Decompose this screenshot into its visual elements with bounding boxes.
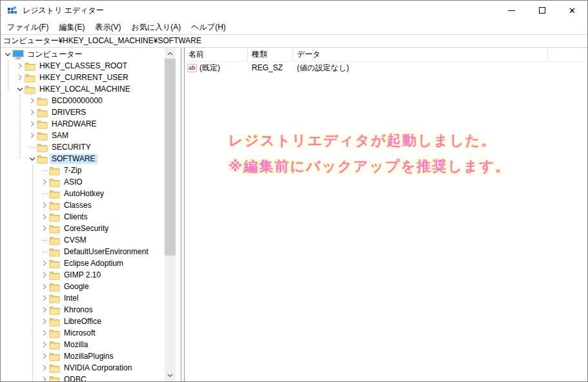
chevron-right-icon[interactable] bbox=[40, 316, 49, 327]
scroll-down-icon[interactable] bbox=[165, 370, 176, 381]
tree-item-label: CVSM bbox=[62, 235, 88, 245]
value-rows: ab(既定)REG_SZ(値の設定なし) bbox=[185, 62, 587, 74]
tree-item-BCD00000000[interactable]: BCD00000000 bbox=[1, 95, 170, 106]
tree-item-DefaultUserEnvironment[interactable]: DefaultUserEnvironment bbox=[1, 246, 170, 257]
chevron-down-icon[interactable] bbox=[15, 83, 25, 95]
scrollbar-thumb[interactable] bbox=[165, 59, 176, 256]
minimize-button[interactable] bbox=[496, 1, 527, 20]
tree-item-HKEY_CLASSES_ROOT[interactable]: HKEY_CLASSES_ROOT bbox=[1, 60, 170, 72]
chevron-right-icon[interactable] bbox=[40, 199, 49, 211]
tree-item-Microsoft[interactable]: Microsoft bbox=[1, 327, 170, 339]
tree-branch-stub bbox=[40, 246, 49, 257]
tree-item-CVSM[interactable]: CVSM bbox=[1, 234, 170, 246]
tree-item-コンピューター[interactable]: コンピューター bbox=[1, 48, 170, 60]
chevron-right-icon[interactable] bbox=[40, 292, 49, 304]
tree-item-Mozilla[interactable]: Mozilla bbox=[1, 339, 170, 350]
tree-item-SAM[interactable]: SAM bbox=[1, 130, 170, 141]
chevron-right-icon[interactable] bbox=[28, 95, 37, 106]
tree-branch-stub bbox=[40, 165, 49, 176]
folder-icon bbox=[37, 107, 50, 117]
tree-item-GIMP 2.10[interactable]: GIMP 2.10 bbox=[1, 269, 170, 281]
tree-item-ASIO[interactable]: ASIO bbox=[1, 176, 170, 188]
column-header-name[interactable]: 名前 bbox=[185, 48, 248, 61]
folder-icon bbox=[49, 328, 62, 338]
tree-item-Eclipse Adoptium[interactable]: Eclipse Adoptium bbox=[1, 257, 170, 269]
tree-item-CoreSecurity[interactable]: CoreSecurity bbox=[1, 223, 170, 234]
menu-item-ファイル[interactable]: ファイル(F) bbox=[2, 20, 54, 35]
chevron-right-icon[interactable] bbox=[28, 118, 37, 130]
scroll-up-icon[interactable] bbox=[165, 48, 176, 59]
folder-icon bbox=[25, 84, 37, 94]
folder-icon bbox=[25, 72, 37, 83]
registry-editor-app-icon bbox=[7, 5, 17, 15]
tree-item-ODBC[interactable]: ODBC bbox=[1, 374, 170, 381]
chevron-right-icon[interactable] bbox=[40, 176, 49, 188]
tree-item-label: GIMP 2.10 bbox=[62, 270, 103, 280]
tree-item-SECURITY[interactable]: SECURITY bbox=[1, 141, 170, 153]
chevron-right-icon[interactable] bbox=[28, 106, 37, 118]
value-data: (値の設定なし) bbox=[293, 63, 548, 74]
folder-icon bbox=[37, 119, 50, 129]
tree-item-label: Microsoft bbox=[62, 328, 97, 338]
chevron-right-icon[interactable] bbox=[40, 257, 49, 269]
chevron-right-icon[interactable] bbox=[40, 223, 49, 234]
menu-item-編集[interactable]: 編集(E) bbox=[54, 20, 90, 35]
tree-item-HKEY_LOCAL_MACHINE[interactable]: HKEY_LOCAL_MACHINE bbox=[1, 83, 170, 95]
tree-item-LibreOffice[interactable]: LibreOffice bbox=[1, 316, 170, 327]
tree-item-Khronos[interactable]: Khronos bbox=[1, 304, 170, 316]
close-button[interactable]: ✕ bbox=[557, 1, 587, 20]
registry-value-row[interactable]: ab(既定)REG_SZ(値の設定なし) bbox=[185, 62, 587, 74]
chevron-right-icon[interactable] bbox=[40, 269, 49, 281]
chevron-down-icon[interactable] bbox=[28, 153, 37, 165]
column-header-type[interactable]: 種類 bbox=[248, 48, 293, 61]
column-header-data[interactable]: データ bbox=[293, 48, 548, 61]
tree-item-label: 7-Zip bbox=[62, 165, 83, 176]
menu-bar: ファイル(F)編集(E)表示(V)お気に入り(A)ヘルプ(H) bbox=[1, 20, 587, 34]
menu-item-お気に入り[interactable]: お気に入り(A) bbox=[126, 20, 186, 35]
tree-item-DRIVERS[interactable]: DRIVERS bbox=[1, 106, 170, 118]
chevron-right-icon[interactable] bbox=[28, 130, 37, 141]
tree-item-label: SOFTWARE bbox=[50, 154, 97, 164]
tree-item-label: ASIO bbox=[62, 177, 85, 187]
tree-item-Intel[interactable]: Intel bbox=[1, 292, 170, 304]
main-content: コンピューターHKEY_CLASSES_ROOTHKEY_CURRENT_USE… bbox=[1, 48, 587, 381]
tree-item-Clients[interactable]: Clients bbox=[1, 211, 170, 223]
folder-icon bbox=[37, 96, 50, 106]
tree-item-Classes[interactable]: Classes bbox=[1, 199, 170, 211]
folder-icon bbox=[49, 165, 62, 176]
tree-vertical-scrollbar[interactable] bbox=[165, 48, 176, 381]
tree-item-SOFTWARE[interactable]: SOFTWARE bbox=[1, 153, 170, 165]
chevron-right-icon[interactable] bbox=[40, 281, 49, 292]
folder-icon bbox=[49, 339, 62, 350]
annotation-overlay: レジストリエディタが起動しました。 ※編集前にバックアップを推奨します。 bbox=[228, 128, 511, 179]
string-value-icon: ab bbox=[187, 64, 197, 72]
tree-item-7-Zip[interactable]: 7-Zip bbox=[1, 165, 170, 176]
folder-icon bbox=[49, 316, 62, 327]
address-bar[interactable]: コンピューター¥HKEY_LOCAL_MACHINE¥SOFTWARE bbox=[1, 34, 587, 48]
chevron-right-icon[interactable] bbox=[40, 327, 49, 339]
tree-item-label: Clients bbox=[62, 212, 90, 222]
tree-item-NVIDIA Corporation[interactable]: NVIDIA Corporation bbox=[1, 362, 170, 374]
tree-item-HARDWARE[interactable]: HARDWARE bbox=[1, 118, 170, 130]
chevron-right-icon[interactable] bbox=[40, 339, 49, 350]
menu-item-表示[interactable]: 表示(V) bbox=[90, 20, 126, 35]
chevron-right-icon[interactable] bbox=[15, 72, 25, 83]
chevron-right-icon[interactable] bbox=[40, 362, 49, 374]
title-bar: レジストリ エディター ✕ bbox=[1, 1, 587, 20]
menu-item-ヘルプ[interactable]: ヘルプ(H) bbox=[186, 20, 231, 35]
tree-item-AutoHotkey[interactable]: AutoHotkey bbox=[1, 188, 170, 199]
chevron-right-icon[interactable] bbox=[15, 60, 25, 72]
annotation-line-1: レジストリエディタが起動しました。 bbox=[228, 128, 511, 154]
tree-item-label: HARDWARE bbox=[50, 119, 99, 129]
chevron-right-icon[interactable] bbox=[40, 374, 49, 381]
tree-item-Google[interactable]: Google bbox=[1, 281, 170, 292]
chevron-right-icon[interactable] bbox=[40, 350, 49, 362]
tree-item-label: HKEY_LOCAL_MACHINE bbox=[37, 84, 132, 94]
chevron-down-icon[interactable] bbox=[3, 48, 12, 60]
chevron-right-icon[interactable] bbox=[40, 304, 49, 316]
tree-item-HKEY_CURRENT_USER[interactable]: HKEY_CURRENT_USER bbox=[1, 72, 170, 83]
chevron-right-icon[interactable] bbox=[40, 211, 49, 223]
maximize-button[interactable] bbox=[527, 1, 557, 20]
folder-icon bbox=[37, 154, 50, 164]
tree-item-MozillaPlugins[interactable]: MozillaPlugins bbox=[1, 350, 170, 362]
